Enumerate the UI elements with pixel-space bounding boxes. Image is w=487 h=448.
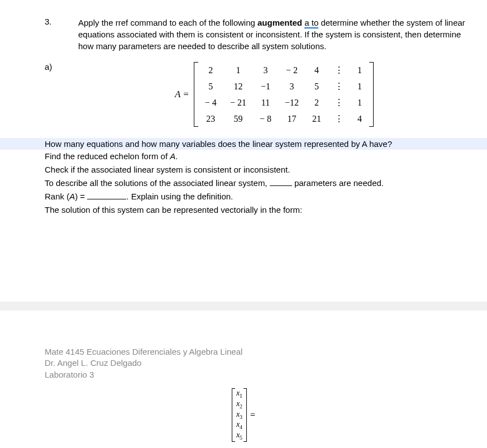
text-part: Apply the — [78, 18, 116, 27]
matrix-cell: 1 — [350, 62, 369, 78]
left-bracket — [194, 62, 198, 127]
matrix-cell: 1 — [350, 78, 369, 94]
bold-text: augmented — [257, 18, 302, 27]
text-part: . Explain using the definition. — [126, 192, 233, 201]
vector-bracket: x1 x2 x3 x4 x5 — [232, 388, 247, 442]
matrix-cell: 3 — [278, 78, 305, 94]
part-a: a) A = 2 1 3 − 2 4 ⋮ 1 — [45, 62, 470, 127]
text-part: To describe all the solutions of the ass… — [45, 178, 270, 188]
vector-entry: x5 — [236, 431, 242, 441]
matrix-cell: 1 — [223, 62, 253, 78]
matrix: 2 1 3 − 2 4 ⋮ 1 5 12 −1 3 — [194, 62, 374, 127]
right-bracket — [369, 62, 374, 127]
matrix-cell: 21 — [305, 111, 328, 127]
matrix-cell: 5 — [198, 78, 223, 94]
prompt-line: The solution of this system can be repre… — [45, 203, 470, 217]
matrix-cell: 3 — [253, 62, 278, 78]
question-number: 3. — [45, 17, 78, 26]
matrix-cell: 1 — [350, 94, 369, 111]
vector-entry: x1 — [236, 389, 242, 399]
highlighted-question: How many equations and how many variable… — [0, 138, 487, 150]
matrix-cell: − 8 — [253, 111, 278, 127]
aug-dots: ⋮ — [328, 78, 350, 94]
table-row: 2 1 3 − 2 4 ⋮ 1 — [198, 62, 369, 78]
page-footer: Mate 4145 Ecuaciones Diferenciales y Alg… — [45, 346, 242, 380]
footer-line: Mate 4145 Ecuaciones Diferenciales y Alg… — [45, 346, 242, 358]
part-label: a) — [45, 62, 78, 127]
matrix-cell: 17 — [278, 111, 305, 127]
equals-sign: = — [250, 410, 255, 420]
matrix-cell: −12 — [278, 94, 305, 111]
prompt-line: Rank (A) = . Explain using the definitio… — [45, 190, 470, 203]
matrix-cell: 4 — [350, 111, 369, 127]
grammar-word: a to — [304, 18, 318, 28]
matrix-cell: 2 — [198, 62, 223, 78]
text-part: Find the reduced echelon form of — [45, 151, 170, 161]
matrix-cell: 23 — [198, 111, 223, 127]
text-part: parameters are needed. — [292, 178, 384, 188]
vector-column: x1 x2 x3 x4 x5 — [235, 388, 244, 442]
question-header: 3. Apply the rref command to each of the… — [45, 17, 470, 52]
page-gray-band — [0, 302, 487, 311]
table-row: 5 12 −1 3 5 ⋮ 1 — [198, 78, 369, 94]
text-part: Rank ( — [45, 192, 69, 201]
vector-equation: x1 x2 x3 x4 x5 = — [0, 388, 487, 442]
text-part: ) = — [75, 192, 87, 201]
italic-text: A — [170, 151, 175, 161]
matrix-cell: − 21 — [223, 94, 253, 111]
blank-field — [270, 179, 292, 186]
page-content: 3. Apply the rref command to each of the… — [0, 0, 487, 217]
matrix-cell: 5 — [305, 78, 328, 94]
matrix-cell: 4 — [305, 62, 328, 78]
matrix-cell: − 4 — [198, 94, 223, 111]
italic-text: A — [69, 192, 75, 201]
prompt-line: Check if the associated linear system is… — [45, 163, 470, 177]
matrix-cell: − 2 — [278, 62, 305, 78]
matrix-cell: −1 — [253, 78, 278, 94]
footer-line: Laboratorio 3 — [45, 369, 242, 380]
matrix-cell: 59 — [223, 111, 253, 127]
vector-entry: x4 — [236, 420, 242, 431]
prompt-line: To describe all the solutions of the ass… — [45, 177, 470, 190]
vector-entry: x2 — [236, 399, 242, 410]
question-text: Apply the rref command to each of the fo… — [78, 17, 470, 52]
aug-dots: ⋮ — [328, 62, 350, 78]
text-part: . — [175, 151, 178, 161]
prompt-line: Find the reduced echelon form of A. — [45, 150, 470, 163]
matrix-label: A = — [175, 89, 189, 100]
aug-dots: ⋮ — [328, 111, 350, 127]
blank-field — [87, 193, 126, 199]
matrix-cell: 2 — [305, 94, 328, 111]
matrix-cell: 12 — [223, 78, 253, 94]
table-row: 23 59 − 8 17 21 ⋮ 4 — [198, 111, 369, 127]
text-part: command to each of the following — [128, 18, 257, 27]
matrix-container: A = 2 1 3 − 2 4 ⋮ 1 — [78, 62, 470, 127]
right-bracket — [244, 388, 247, 442]
table-row: − 4 − 21 11 −12 2 ⋮ 1 — [198, 94, 369, 111]
prompt-line: How many equations and how many variable… — [45, 139, 470, 149]
matrix-cell: 11 — [253, 94, 278, 111]
spellcheck-word: rref — [116, 18, 128, 27]
footer-line: Dr. Angel L. Cruz Delgado — [45, 358, 242, 369]
aug-dots: ⋮ — [328, 94, 350, 111]
vector-entry: x3 — [236, 410, 242, 421]
questions-block: Find the reduced echelon form of A. Chec… — [45, 150, 470, 217]
